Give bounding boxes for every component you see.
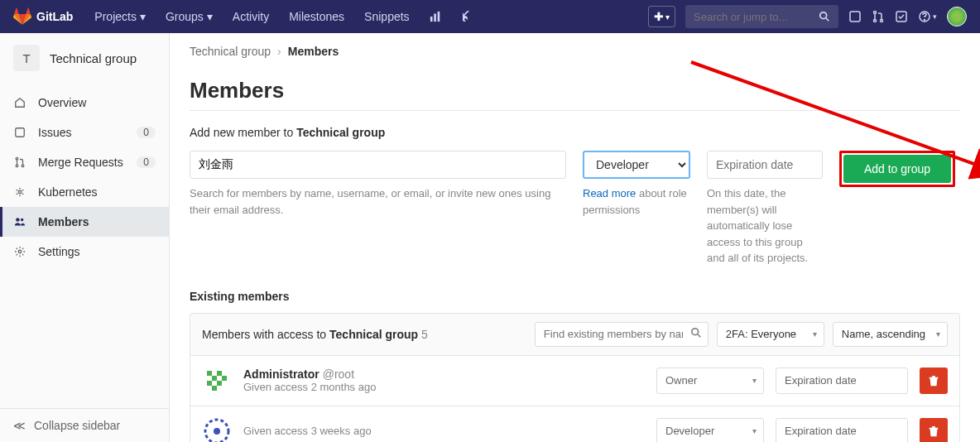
svg-point-11 [925, 20, 925, 21]
member-avatar [202, 416, 232, 443]
trash-icon [928, 425, 939, 437]
expiration-input[interactable] [707, 151, 823, 179]
nav-milestones[interactable]: Milestones [281, 3, 353, 30]
todos-icon[interactable] [895, 10, 908, 23]
filter-search-input[interactable] [535, 322, 709, 347]
filter-label: Members with access to Technical group 5 [202, 328, 428, 341]
mr-badge: 0 [137, 156, 156, 168]
member-search-input[interactable] [190, 151, 566, 179]
top-right: ✚▾ ▾ [648, 5, 967, 28]
filter-2fa-select[interactable]: 2FA: Everyone [717, 322, 824, 347]
sidebar: T Technical group Overview Issues0 Merge… [0, 33, 170, 442]
filter-search[interactable] [535, 322, 709, 347]
collapse-sidebar[interactable]: ≪ Collapse sidebar [0, 408, 169, 442]
gitlab-icon [13, 7, 31, 26]
sidebar-item-members[interactable]: Members [0, 207, 169, 237]
group-avatar: T [13, 45, 40, 71]
user-avatar[interactable] [947, 7, 967, 26]
svg-point-13 [16, 157, 18, 160]
delete-member-button[interactable] [920, 418, 948, 443]
delete-member-button[interactable] [920, 368, 948, 394]
chevron-down-icon: ▾ [207, 10, 213, 23]
svg-point-3 [820, 12, 827, 19]
member-search-help: Search for members by name, username, or… [190, 185, 566, 218]
top-nav: Projects▾ Groups▾ Activity Milestones Sn… [86, 3, 480, 30]
svg-rect-25 [217, 371, 222, 376]
plus-icon: ✚ [654, 10, 664, 23]
svg-rect-5 [850, 12, 860, 22]
member-name[interactable]: Administrator [243, 368, 319, 381]
svg-point-19 [18, 250, 22, 253]
svg-point-7 [874, 20, 877, 22]
svg-rect-29 [217, 381, 222, 386]
nav-wrench-icon[interactable] [453, 3, 481, 30]
sidebar-header[interactable]: T Technical group [0, 33, 169, 83]
gitlab-logo[interactable]: GitLab [13, 7, 73, 26]
divider [190, 110, 960, 111]
breadcrumb-separator: › [277, 45, 281, 58]
svg-rect-27 [222, 376, 227, 381]
trash-icon [928, 375, 939, 387]
filter-bar: Members with access to Technical group 5… [190, 313, 960, 356]
issues-icon [13, 127, 26, 138]
issues-icon[interactable] [848, 10, 862, 23]
merge-request-icon[interactable] [872, 10, 885, 23]
svg-rect-24 [207, 371, 212, 376]
read-more-link[interactable]: Read more [583, 187, 636, 199]
nav-projects[interactable]: Projects▾ [86, 3, 154, 30]
breadcrumb-current: Members [288, 45, 339, 58]
svg-rect-12 [16, 128, 25, 137]
svg-point-14 [16, 165, 18, 167]
svg-point-16 [18, 190, 22, 194]
filter-sort-select[interactable]: Name, ascending [833, 322, 948, 347]
nav-activity[interactable]: Activity [224, 3, 277, 30]
svg-rect-26 [212, 376, 217, 381]
member-sub: Given access 3 weeks ago [243, 425, 645, 437]
nav-graph-icon[interactable] [421, 3, 449, 30]
chevron-down-icon: ▾ [140, 10, 146, 23]
highlight-box: Add to group [839, 151, 955, 187]
issues-badge: 0 [137, 127, 156, 138]
plus-button[interactable]: ✚▾ [648, 6, 675, 27]
member-expiration-input[interactable]: Expiration date [776, 368, 908, 394]
member-sub: Given access 2 months ago [243, 381, 645, 393]
search-icon [690, 327, 702, 341]
search-input[interactable] [694, 11, 819, 23]
member-row: Given access 3 weeks ago Developer Expir… [190, 406, 960, 443]
nav-snippets[interactable]: Snippets [356, 3, 417, 30]
member-handle: @root [323, 368, 354, 381]
sidebar-item-kubernetes[interactable]: Kubernetes [0, 177, 169, 207]
home-icon [13, 97, 26, 108]
role-help: Read more about role permissions [583, 185, 690, 218]
svg-line-22 [698, 334, 701, 337]
breadcrumb-group[interactable]: Technical group [190, 45, 271, 58]
svg-rect-0 [430, 17, 432, 22]
add-to-group-button[interactable]: Add to group [843, 155, 951, 183]
merge-request-icon [13, 156, 26, 168]
member-expiration-input[interactable]: Expiration date [776, 418, 908, 443]
role-select[interactable]: Developer [583, 151, 690, 179]
member-role-select[interactable]: Developer [656, 418, 764, 443]
sidebar-item-mr[interactable]: Merge Requests0 [0, 147, 169, 177]
main-content: Technical group › Members Members Add ne… [170, 33, 980, 442]
sidebar-item-issues[interactable]: Issues0 [0, 118, 169, 147]
topbar: GitLab Projects▾ Groups▾ Activity Milest… [0, 0, 980, 33]
group-title: Technical group [50, 51, 137, 65]
gear-icon [13, 246, 26, 257]
svg-point-33 [214, 428, 220, 435]
sidebar-item-settings[interactable]: Settings [0, 237, 169, 267]
svg-rect-2 [437, 12, 440, 22]
svg-point-17 [16, 218, 19, 221]
svg-rect-28 [207, 381, 212, 386]
help-icon[interactable]: ▾ [918, 10, 937, 23]
add-member-label: Add new member to Technical group [190, 126, 960, 139]
sidebar-item-overview[interactable]: Overview [0, 88, 169, 118]
chevron-left-icon: ≪ [13, 419, 26, 432]
existing-members-title: Existing members [190, 290, 960, 303]
search-icon [819, 11, 830, 22]
member-role-select[interactable]: Owner [656, 368, 764, 394]
members-icon [13, 216, 26, 228]
nav-groups[interactable]: Groups▾ [157, 3, 221, 30]
search-box[interactable] [685, 5, 838, 28]
kubernetes-icon [13, 186, 26, 198]
